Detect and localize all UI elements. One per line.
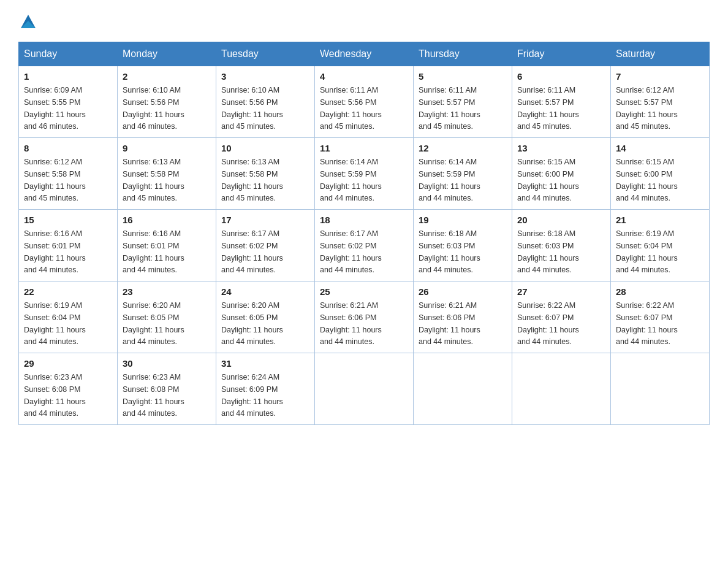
- day-info: Sunrise: 6:18 AMSunset: 6:03 PMDaylight:…: [517, 229, 579, 274]
- calendar-cell: 30 Sunrise: 6:23 AMSunset: 6:08 PMDaylig…: [118, 353, 216, 425]
- day-number: 26: [419, 286, 507, 297]
- day-number: 13: [517, 143, 605, 153]
- day-info: Sunrise: 6:16 AMSunset: 6:01 PMDaylight:…: [123, 229, 184, 274]
- calendar-cell: 8 Sunrise: 6:12 AMSunset: 5:58 PMDayligh…: [19, 138, 118, 210]
- calendar-cell: 7 Sunrise: 6:12 AMSunset: 5:57 PMDayligh…: [611, 66, 710, 138]
- day-info: Sunrise: 6:10 AMSunset: 5:56 PMDaylight:…: [123, 86, 184, 131]
- logo-icon: [20, 12, 37, 29]
- day-info: Sunrise: 6:15 AMSunset: 6:00 PMDaylight:…: [517, 158, 579, 202]
- day-info: Sunrise: 6:19 AMSunset: 6:04 PMDaylight:…: [616, 229, 678, 274]
- day-number: 20: [517, 215, 605, 225]
- day-number: 25: [320, 286, 408, 297]
- day-info: Sunrise: 6:10 AMSunset: 5:56 PMDaylight:…: [221, 86, 283, 131]
- day-number: 10: [221, 143, 309, 153]
- calendar-cell: 25 Sunrise: 6:21 AMSunset: 6:06 PMDaylig…: [315, 282, 414, 353]
- day-info: Sunrise: 6:23 AMSunset: 6:08 PMDaylight:…: [24, 373, 86, 418]
- day-number: 30: [123, 358, 211, 369]
- day-number: 12: [419, 143, 507, 153]
- calendar-cell: 26 Sunrise: 6:21 AMSunset: 6:06 PMDaylig…: [414, 282, 512, 353]
- calendar-cell: 3 Sunrise: 6:10 AMSunset: 5:56 PMDayligh…: [216, 66, 315, 138]
- calendar-cell: [315, 353, 414, 425]
- calendar-cell: 13 Sunrise: 6:15 AMSunset: 6:00 PMDaylig…: [512, 138, 611, 210]
- calendar-cell: 20 Sunrise: 6:18 AMSunset: 6:03 PMDaylig…: [512, 210, 611, 282]
- day-number: 15: [24, 215, 112, 225]
- day-info: Sunrise: 6:12 AMSunset: 5:57 PMDaylight:…: [616, 86, 678, 131]
- calendar-cell: 29 Sunrise: 6:23 AMSunset: 6:08 PMDaylig…: [19, 353, 118, 425]
- day-info: Sunrise: 6:19 AMSunset: 6:04 PMDaylight:…: [24, 301, 86, 346]
- day-info: Sunrise: 6:14 AMSunset: 5:59 PMDaylight:…: [419, 158, 480, 202]
- calendar-cell: 17 Sunrise: 6:17 AMSunset: 6:02 PMDaylig…: [216, 210, 315, 282]
- day-info: Sunrise: 6:20 AMSunset: 6:05 PMDaylight:…: [123, 301, 184, 346]
- day-number: 5: [419, 71, 507, 82]
- calendar-cell: 1 Sunrise: 6:09 AMSunset: 5:55 PMDayligh…: [19, 66, 118, 138]
- day-info: Sunrise: 6:20 AMSunset: 6:05 PMDaylight:…: [221, 301, 283, 346]
- day-info: Sunrise: 6:21 AMSunset: 6:06 PMDaylight:…: [320, 301, 382, 346]
- calendar-cell: 28 Sunrise: 6:22 AMSunset: 6:07 PMDaylig…: [611, 282, 710, 353]
- calendar-cell: 16 Sunrise: 6:16 AMSunset: 6:01 PMDaylig…: [118, 210, 216, 282]
- day-number: 1: [24, 71, 112, 82]
- day-info: Sunrise: 6:13 AMSunset: 5:58 PMDaylight:…: [123, 158, 184, 202]
- weekday-header-row: SundayMondayTuesdayWednesdayThursdayFrid…: [19, 42, 710, 66]
- day-number: 4: [320, 71, 408, 82]
- calendar-cell: 6 Sunrise: 6:11 AMSunset: 5:57 PMDayligh…: [512, 66, 611, 138]
- day-number: 9: [123, 143, 211, 153]
- calendar-cell: 12 Sunrise: 6:14 AMSunset: 5:59 PMDaylig…: [414, 138, 512, 210]
- calendar-cell: 19 Sunrise: 6:18 AMSunset: 6:03 PMDaylig…: [414, 210, 512, 282]
- day-info: Sunrise: 6:22 AMSunset: 6:07 PMDaylight:…: [616, 301, 678, 346]
- day-info: Sunrise: 6:17 AMSunset: 6:02 PMDaylight:…: [221, 229, 283, 274]
- weekday-header-monday: Monday: [118, 42, 216, 66]
- calendar-cell: [611, 353, 710, 425]
- day-info: Sunrise: 6:14 AMSunset: 5:59 PMDaylight:…: [320, 158, 382, 202]
- calendar-cell: 14 Sunrise: 6:15 AMSunset: 6:00 PMDaylig…: [611, 138, 710, 210]
- day-info: Sunrise: 6:16 AMSunset: 6:01 PMDaylight:…: [24, 229, 86, 274]
- day-number: 27: [517, 286, 605, 297]
- day-number: 14: [616, 143, 704, 153]
- day-info: Sunrise: 6:11 AMSunset: 5:57 PMDaylight:…: [517, 86, 579, 131]
- calendar-cell: [414, 353, 512, 425]
- day-info: Sunrise: 6:23 AMSunset: 6:08 PMDaylight:…: [123, 373, 184, 418]
- day-info: Sunrise: 6:24 AMSunset: 6:09 PMDaylight:…: [221, 373, 283, 418]
- day-info: Sunrise: 6:18 AMSunset: 6:03 PMDaylight:…: [419, 229, 480, 274]
- weekday-header-tuesday: Tuesday: [216, 42, 315, 66]
- calendar-cell: 24 Sunrise: 6:20 AMSunset: 6:05 PMDaylig…: [216, 282, 315, 353]
- day-number: 21: [616, 215, 704, 225]
- weekday-header-saturday: Saturday: [611, 42, 710, 66]
- calendar-cell: 23 Sunrise: 6:20 AMSunset: 6:05 PMDaylig…: [118, 282, 216, 353]
- day-number: 17: [221, 215, 309, 225]
- weekday-header-friday: Friday: [512, 42, 611, 66]
- calendar-week-row: 1 Sunrise: 6:09 AMSunset: 5:55 PMDayligh…: [19, 66, 710, 138]
- day-number: 3: [221, 71, 309, 82]
- calendar-week-row: 8 Sunrise: 6:12 AMSunset: 5:58 PMDayligh…: [19, 138, 710, 210]
- calendar-cell: 18 Sunrise: 6:17 AMSunset: 6:02 PMDaylig…: [315, 210, 414, 282]
- day-number: 7: [616, 71, 704, 82]
- day-number: 24: [221, 286, 309, 297]
- calendar-cell: 2 Sunrise: 6:10 AMSunset: 5:56 PMDayligh…: [118, 66, 216, 138]
- day-number: 22: [24, 286, 112, 297]
- day-number: 2: [123, 71, 211, 82]
- calendar-cell: 22 Sunrise: 6:19 AMSunset: 6:04 PMDaylig…: [19, 282, 118, 353]
- calendar-week-row: 15 Sunrise: 6:16 AMSunset: 6:01 PMDaylig…: [19, 210, 710, 282]
- calendar-cell: 5 Sunrise: 6:11 AMSunset: 5:57 PMDayligh…: [414, 66, 512, 138]
- calendar-week-row: 22 Sunrise: 6:19 AMSunset: 6:04 PMDaylig…: [19, 282, 710, 353]
- calendar-cell: 11 Sunrise: 6:14 AMSunset: 5:59 PMDaylig…: [315, 138, 414, 210]
- calendar-cell: 27 Sunrise: 6:22 AMSunset: 6:07 PMDaylig…: [512, 282, 611, 353]
- calendar-cell: [512, 353, 611, 425]
- day-info: Sunrise: 6:22 AMSunset: 6:07 PMDaylight:…: [517, 301, 579, 346]
- day-info: Sunrise: 6:09 AMSunset: 5:55 PMDaylight:…: [24, 86, 86, 131]
- day-info: Sunrise: 6:21 AMSunset: 6:06 PMDaylight:…: [419, 301, 480, 346]
- calendar-cell: 9 Sunrise: 6:13 AMSunset: 5:58 PMDayligh…: [118, 138, 216, 210]
- calendar-cell: 10 Sunrise: 6:13 AMSunset: 5:58 PMDaylig…: [216, 138, 315, 210]
- day-info: Sunrise: 6:11 AMSunset: 5:56 PMDaylight:…: [320, 86, 382, 131]
- day-number: 11: [320, 143, 408, 153]
- day-info: Sunrise: 6:13 AMSunset: 5:58 PMDaylight:…: [221, 158, 283, 202]
- logo: [18, 12, 37, 29]
- calendar-cell: 15 Sunrise: 6:16 AMSunset: 6:01 PMDaylig…: [19, 210, 118, 282]
- weekday-header-wednesday: Wednesday: [315, 42, 414, 66]
- weekday-header-sunday: Sunday: [19, 42, 118, 66]
- calendar-cell: 4 Sunrise: 6:11 AMSunset: 5:56 PMDayligh…: [315, 66, 414, 138]
- calendar-cell: 31 Sunrise: 6:24 AMSunset: 6:09 PMDaylig…: [216, 353, 315, 425]
- day-number: 29: [24, 358, 112, 369]
- page-header: [18, 12, 710, 29]
- day-number: 23: [123, 286, 211, 297]
- weekday-header-thursday: Thursday: [414, 42, 512, 66]
